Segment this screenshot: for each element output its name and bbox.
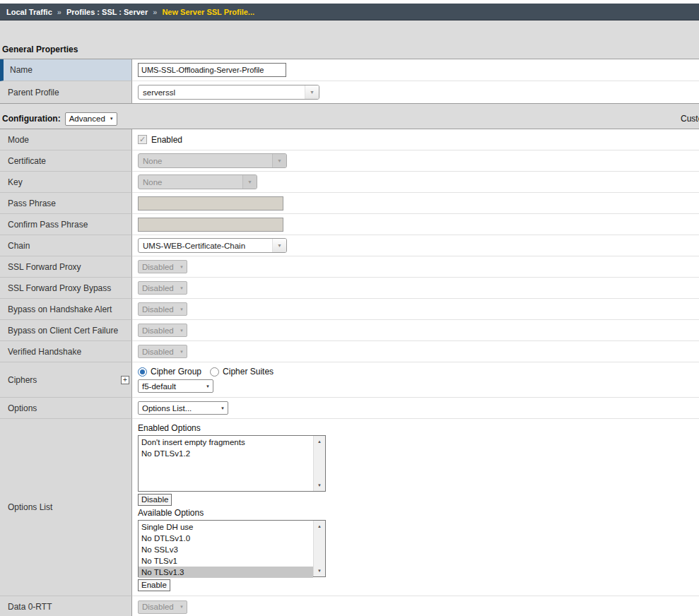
ssl-forward-proxy-label: SSL Forward Proxy: [8, 262, 81, 272]
ciphers-row: Ciphers + Cipher Group Cipher Suites f5-…: [0, 362, 699, 398]
cipher-suites-radio[interactable]: [210, 367, 219, 377]
name-row: Name: [0, 59, 699, 81]
bypass-on-client-cert-failure-row: Bypass on Client Cert Failure Disabled ▼: [0, 320, 699, 341]
key-label: Key: [8, 177, 23, 187]
available-options-listbox[interactable]: Single DH use No DTLSv1.0 No SSLv3 No TL…: [138, 520, 326, 577]
data-0rtt-select-value: Disabled: [142, 603, 174, 611]
certificate-row: Certificate None ▼: [0, 150, 699, 172]
data-0rtt-label: Data 0-RTT: [8, 602, 52, 612]
certificate-select-value: None: [139, 157, 272, 165]
cipher-group-radio-label[interactable]: Cipher Group: [151, 367, 201, 377]
custom-column-label: Custom: [681, 114, 699, 124]
bypass-on-client-cert-failure-select-value: Disabled: [142, 326, 174, 335]
verified-handshake-label: Verified Handshake: [8, 347, 81, 357]
ciphers-content-cell: Cipher Group Cipher Suites f5-default ▼: [132, 362, 699, 398]
ciphers-expand-button[interactable]: +: [121, 376, 129, 384]
key-select-value: None: [139, 178, 242, 186]
data-0rtt-select: Disabled ▼: [138, 600, 187, 614]
list-item[interactable]: No DTLSv1.0: [139, 533, 313, 544]
list-item[interactable]: No SSLv3: [139, 544, 313, 555]
disable-button[interactable]: Disable: [138, 494, 172, 506]
confirm-pass-phrase-content-cell: [132, 214, 699, 235]
enabled-options-listbox[interactable]: Don't insert empty fragments No DTLSv1.2…: [138, 435, 326, 492]
ssl-forward-proxy-select-value: Disabled: [142, 263, 174, 271]
scroll-up-icon[interactable]: ▲: [314, 436, 325, 447]
parent-profile-select-value: serverssl: [139, 88, 305, 97]
list-item[interactable]: No TLSv1: [139, 555, 313, 567]
cipher-suites-radio-label[interactable]: Cipher Suites: [223, 367, 274, 377]
key-label-cell: Key: [0, 172, 132, 193]
parent-profile-select[interactable]: serverssl ▼: [138, 85, 319, 100]
check-icon: ✓: [139, 136, 146, 143]
pass-phrase-row: Pass Phrase: [0, 193, 699, 214]
chevron-down-icon: ▼: [180, 350, 184, 354]
pass-phrase-input: [138, 196, 283, 211]
chevron-down-icon: ▼: [180, 307, 184, 312]
parent-profile-label: Parent Profile: [8, 88, 59, 97]
verified-handshake-select-value: Disabled: [142, 348, 174, 356]
name-label: Name: [10, 65, 33, 75]
chevron-down-icon: ▼: [180, 328, 184, 333]
options-select[interactable]: Options List... ▼: [138, 401, 228, 415]
mode-label: Mode: [8, 135, 29, 145]
mode-label-cell: Mode: [0, 129, 132, 150]
general-properties-title: General Properties: [2, 45, 699, 54]
bypass-on-client-cert-failure-label: Bypass on Client Cert Failure: [8, 326, 118, 336]
chevron-down-icon: ▼: [221, 406, 225, 410]
ssl-forward-proxy-bypass-row: SSL Forward Proxy Bypass Disabled ▼: [0, 278, 699, 299]
scroll-up-icon[interactable]: ▲: [314, 521, 325, 532]
options-list-label-cell: Options List: [0, 419, 132, 596]
configuration-level-value: Advanced: [69, 114, 105, 123]
name-input[interactable]: [138, 63, 286, 77]
chain-select[interactable]: UMS-WEB-Certificate-Chain ▼: [138, 238, 287, 253]
name-label-cell: Name: [0, 59, 132, 81]
ssl-forward-proxy-row: SSL Forward Proxy Disabled ▼: [0, 256, 699, 278]
list-item[interactable]: Don't insert empty fragments: [139, 437, 313, 448]
cipher-group-radio[interactable]: [138, 367, 147, 377]
confirm-pass-phrase-label-cell: Confirm Pass Phrase: [0, 214, 132, 235]
certificate-label: Certificate: [8, 156, 46, 166]
parent-profile-label-cell: Parent Profile: [0, 81, 132, 103]
chevron-down-icon: ▼: [180, 286, 184, 290]
scroll-down-icon[interactable]: ▼: [314, 480, 325, 491]
scrollbar[interactable]: ▲ ▼: [313, 521, 325, 576]
ciphers-select[interactable]: f5-default ▼: [138, 379, 213, 393]
chevron-down-icon: ▼: [305, 85, 319, 99]
verified-handshake-content-cell: Disabled ▼: [132, 341, 699, 362]
data-0rtt-label-cell: Data 0-RTT: [0, 596, 132, 616]
pass-phrase-label: Pass Phrase: [8, 199, 56, 208]
bypass-on-handshake-alert-label-cell: Bypass on Handshake Alert: [0, 299, 132, 320]
chevron-down-icon: ▼: [110, 117, 114, 121]
scrollbar[interactable]: ▲ ▼: [313, 436, 325, 491]
bypass-on-client-cert-failure-label-cell: Bypass on Client Cert Failure: [0, 320, 132, 341]
data-0rtt-row: Data 0-RTT Disabled ▼: [0, 596, 699, 616]
ciphers-label-cell: Ciphers +: [0, 362, 132, 398]
available-options-items: Single DH use No DTLSv1.0 No SSLv3 No TL…: [139, 521, 313, 578]
ciphers-radio-group: Cipher Group Cipher Suites: [138, 367, 282, 377]
configuration-level-select[interactable]: Advanced ▼: [65, 112, 117, 126]
list-item[interactable]: Single DH use: [139, 521, 313, 533]
chain-label: Chain: [8, 241, 30, 251]
list-item-selected[interactable]: No TLSv1.3: [139, 567, 313, 578]
scroll-down-icon[interactable]: ▼: [314, 565, 325, 576]
data-0rtt-content-cell: Disabled ▼: [132, 596, 699, 616]
options-select-value: Options List...: [142, 404, 192, 413]
ssl-forward-proxy-bypass-label-cell: SSL Forward Proxy Bypass: [0, 278, 132, 299]
parent-profile-row: Parent Profile serverssl ▼: [0, 81, 699, 103]
breadcrumb-profiles-ssl-server[interactable]: Profiles : SSL : Server: [66, 8, 148, 16]
options-label-cell: Options: [0, 398, 132, 419]
ssl-forward-proxy-content-cell: Disabled ▼: [132, 256, 699, 278]
ssl-forward-proxy-bypass-select-value: Disabled: [142, 284, 174, 292]
certificate-content-cell: None ▼: [132, 150, 699, 172]
chain-select-value: UMS-WEB-Certificate-Chain: [139, 242, 272, 250]
chevron-down-icon: ▼: [206, 384, 210, 389]
configuration-table: Mode ✓ Enabled Certificate None ▼ Key No…: [0, 129, 699, 616]
chevron-down-icon: ▼: [272, 154, 286, 167]
breadcrumb-local-traffic[interactable]: Local Traffic: [6, 8, 52, 16]
list-item[interactable]: No DTLSv1.2: [139, 448, 313, 459]
verified-handshake-row: Verified Handshake Disabled ▼: [0, 341, 699, 362]
breadcrumb-current-page: New Server SSL Profile...: [162, 8, 254, 16]
enabled-options-items: Don't insert empty fragments No DTLSv1.2: [139, 436, 313, 459]
enable-button[interactable]: Enable: [138, 579, 170, 591]
chain-row: Chain UMS-WEB-Certificate-Chain ▼: [0, 235, 699, 256]
